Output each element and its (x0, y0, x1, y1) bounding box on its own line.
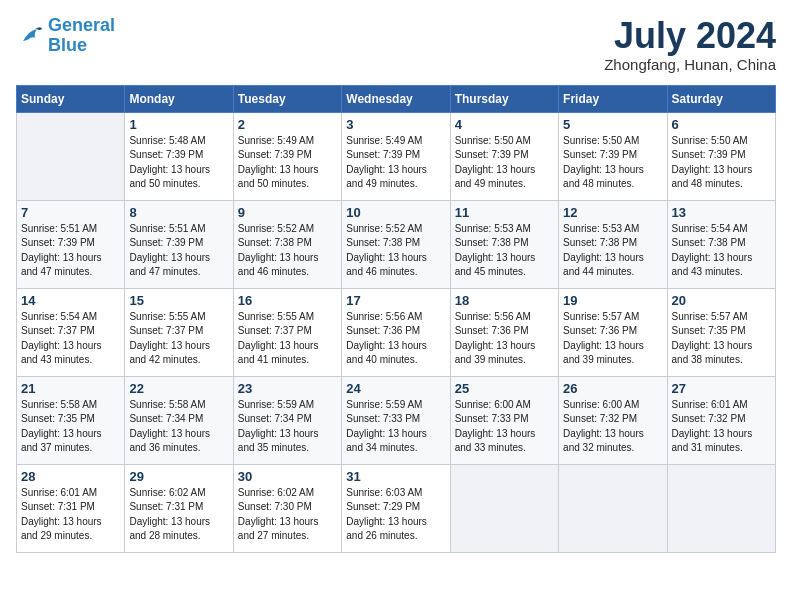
day-number: 21 (21, 381, 120, 396)
calendar-cell: 16Sunrise: 5:55 AMSunset: 7:37 PMDayligh… (233, 288, 341, 376)
day-number: 4 (455, 117, 554, 132)
day-info: Sunrise: 5:50 AMSunset: 7:39 PMDaylight:… (563, 134, 662, 192)
day-number: 8 (129, 205, 228, 220)
day-info: Sunrise: 5:58 AMSunset: 7:35 PMDaylight:… (21, 398, 120, 456)
header-cell-monday: Monday (125, 85, 233, 112)
calendar-cell: 8Sunrise: 5:51 AMSunset: 7:39 PMDaylight… (125, 200, 233, 288)
day-number: 30 (238, 469, 337, 484)
calendar-cell: 26Sunrise: 6:00 AMSunset: 7:32 PMDayligh… (559, 376, 667, 464)
day-number: 14 (21, 293, 120, 308)
logo: General Blue (16, 16, 115, 56)
day-number: 23 (238, 381, 337, 396)
location: Zhongfang, Hunan, China (604, 56, 776, 73)
day-info: Sunrise: 6:00 AMSunset: 7:32 PMDaylight:… (563, 398, 662, 456)
calendar-week-2: 7Sunrise: 5:51 AMSunset: 7:39 PMDaylight… (17, 200, 776, 288)
calendar-cell: 31Sunrise: 6:03 AMSunset: 7:29 PMDayligh… (342, 464, 450, 552)
logo-icon (16, 22, 44, 50)
header-cell-sunday: Sunday (17, 85, 125, 112)
calendar-cell: 1Sunrise: 5:48 AMSunset: 7:39 PMDaylight… (125, 112, 233, 200)
day-number: 11 (455, 205, 554, 220)
day-info: Sunrise: 5:56 AMSunset: 7:36 PMDaylight:… (346, 310, 445, 368)
header-cell-thursday: Thursday (450, 85, 558, 112)
day-number: 13 (672, 205, 771, 220)
calendar-week-5: 28Sunrise: 6:01 AMSunset: 7:31 PMDayligh… (17, 464, 776, 552)
day-info: Sunrise: 5:51 AMSunset: 7:39 PMDaylight:… (129, 222, 228, 280)
day-number: 5 (563, 117, 662, 132)
calendar-cell: 14Sunrise: 5:54 AMSunset: 7:37 PMDayligh… (17, 288, 125, 376)
calendar-cell: 15Sunrise: 5:55 AMSunset: 7:37 PMDayligh… (125, 288, 233, 376)
calendar-cell: 11Sunrise: 5:53 AMSunset: 7:38 PMDayligh… (450, 200, 558, 288)
day-number: 29 (129, 469, 228, 484)
day-info: Sunrise: 5:48 AMSunset: 7:39 PMDaylight:… (129, 134, 228, 192)
calendar-cell: 3Sunrise: 5:49 AMSunset: 7:39 PMDaylight… (342, 112, 450, 200)
day-info: Sunrise: 5:49 AMSunset: 7:39 PMDaylight:… (238, 134, 337, 192)
calendar-cell: 5Sunrise: 5:50 AMSunset: 7:39 PMDaylight… (559, 112, 667, 200)
calendar-cell: 30Sunrise: 6:02 AMSunset: 7:30 PMDayligh… (233, 464, 341, 552)
day-number: 1 (129, 117, 228, 132)
day-info: Sunrise: 5:54 AMSunset: 7:37 PMDaylight:… (21, 310, 120, 368)
day-number: 28 (21, 469, 120, 484)
day-number: 24 (346, 381, 445, 396)
day-number: 9 (238, 205, 337, 220)
calendar-cell: 13Sunrise: 5:54 AMSunset: 7:38 PMDayligh… (667, 200, 775, 288)
day-info: Sunrise: 5:55 AMSunset: 7:37 PMDaylight:… (129, 310, 228, 368)
day-number: 25 (455, 381, 554, 396)
day-number: 18 (455, 293, 554, 308)
header-cell-wednesday: Wednesday (342, 85, 450, 112)
day-number: 16 (238, 293, 337, 308)
calendar-cell: 17Sunrise: 5:56 AMSunset: 7:36 PMDayligh… (342, 288, 450, 376)
calendar-week-4: 21Sunrise: 5:58 AMSunset: 7:35 PMDayligh… (17, 376, 776, 464)
title-block: July 2024 Zhongfang, Hunan, China (604, 16, 776, 73)
calendar-cell: 21Sunrise: 5:58 AMSunset: 7:35 PMDayligh… (17, 376, 125, 464)
calendar-cell: 20Sunrise: 5:57 AMSunset: 7:35 PMDayligh… (667, 288, 775, 376)
day-number: 20 (672, 293, 771, 308)
day-info: Sunrise: 6:03 AMSunset: 7:29 PMDaylight:… (346, 486, 445, 544)
day-info: Sunrise: 6:02 AMSunset: 7:31 PMDaylight:… (129, 486, 228, 544)
calendar-table: SundayMondayTuesdayWednesdayThursdayFrid… (16, 85, 776, 553)
calendar-cell: 7Sunrise: 5:51 AMSunset: 7:39 PMDaylight… (17, 200, 125, 288)
day-number: 10 (346, 205, 445, 220)
day-info: Sunrise: 5:53 AMSunset: 7:38 PMDaylight:… (563, 222, 662, 280)
day-number: 27 (672, 381, 771, 396)
day-info: Sunrise: 5:57 AMSunset: 7:36 PMDaylight:… (563, 310, 662, 368)
day-number: 3 (346, 117, 445, 132)
day-number: 7 (21, 205, 120, 220)
day-info: Sunrise: 5:50 AMSunset: 7:39 PMDaylight:… (672, 134, 771, 192)
calendar-cell: 12Sunrise: 5:53 AMSunset: 7:38 PMDayligh… (559, 200, 667, 288)
day-info: Sunrise: 5:58 AMSunset: 7:34 PMDaylight:… (129, 398, 228, 456)
day-info: Sunrise: 5:51 AMSunset: 7:39 PMDaylight:… (21, 222, 120, 280)
calendar-cell: 27Sunrise: 6:01 AMSunset: 7:32 PMDayligh… (667, 376, 775, 464)
day-info: Sunrise: 6:01 AMSunset: 7:31 PMDaylight:… (21, 486, 120, 544)
calendar-cell: 29Sunrise: 6:02 AMSunset: 7:31 PMDayligh… (125, 464, 233, 552)
day-number: 26 (563, 381, 662, 396)
day-number: 19 (563, 293, 662, 308)
calendar-cell: 6Sunrise: 5:50 AMSunset: 7:39 PMDaylight… (667, 112, 775, 200)
day-number: 12 (563, 205, 662, 220)
day-info: Sunrise: 6:00 AMSunset: 7:33 PMDaylight:… (455, 398, 554, 456)
calendar-cell: 28Sunrise: 6:01 AMSunset: 7:31 PMDayligh… (17, 464, 125, 552)
calendar-week-1: 1Sunrise: 5:48 AMSunset: 7:39 PMDaylight… (17, 112, 776, 200)
month-title: July 2024 (604, 16, 776, 56)
day-info: Sunrise: 5:50 AMSunset: 7:39 PMDaylight:… (455, 134, 554, 192)
calendar-cell: 25Sunrise: 6:00 AMSunset: 7:33 PMDayligh… (450, 376, 558, 464)
calendar-cell: 23Sunrise: 5:59 AMSunset: 7:34 PMDayligh… (233, 376, 341, 464)
day-info: Sunrise: 5:55 AMSunset: 7:37 PMDaylight:… (238, 310, 337, 368)
day-number: 31 (346, 469, 445, 484)
day-info: Sunrise: 5:52 AMSunset: 7:38 PMDaylight:… (238, 222, 337, 280)
calendar-cell: 4Sunrise: 5:50 AMSunset: 7:39 PMDaylight… (450, 112, 558, 200)
calendar-week-3: 14Sunrise: 5:54 AMSunset: 7:37 PMDayligh… (17, 288, 776, 376)
day-info: Sunrise: 6:01 AMSunset: 7:32 PMDaylight:… (672, 398, 771, 456)
header-cell-tuesday: Tuesday (233, 85, 341, 112)
header-row: SundayMondayTuesdayWednesdayThursdayFrid… (17, 85, 776, 112)
day-number: 17 (346, 293, 445, 308)
calendar-cell: 18Sunrise: 5:56 AMSunset: 7:36 PMDayligh… (450, 288, 558, 376)
calendar-cell: 9Sunrise: 5:52 AMSunset: 7:38 PMDaylight… (233, 200, 341, 288)
calendar-cell (450, 464, 558, 552)
calendar-cell (667, 464, 775, 552)
calendar-cell: 19Sunrise: 5:57 AMSunset: 7:36 PMDayligh… (559, 288, 667, 376)
day-number: 2 (238, 117, 337, 132)
calendar-cell: 2Sunrise: 5:49 AMSunset: 7:39 PMDaylight… (233, 112, 341, 200)
day-number: 15 (129, 293, 228, 308)
day-info: Sunrise: 5:57 AMSunset: 7:35 PMDaylight:… (672, 310, 771, 368)
header-cell-friday: Friday (559, 85, 667, 112)
